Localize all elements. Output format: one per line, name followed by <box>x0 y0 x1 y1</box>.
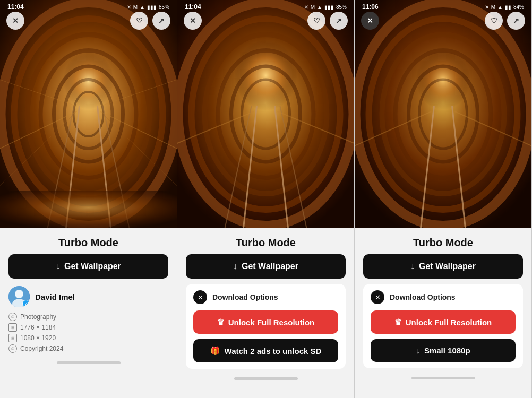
battery-3: 84% <box>513 4 524 10</box>
get-wallpaper-button-3[interactable]: ↓ Get Wallpaper <box>363 254 523 279</box>
status-time-3: 11:06 <box>362 3 379 11</box>
res2-icon: ⊞ <box>8 334 17 342</box>
status-bar-2: 11:04 ✕ M ▲ ▮▮▮ 85% <box>177 0 354 13</box>
wifi-icon-1: ▲ <box>140 4 145 10</box>
close-icon-3: ✕ <box>367 16 373 25</box>
bottom-content-1: Turbo Mode ↓ Get Wallpaper ✓ David Imel <box>0 228 177 398</box>
bottom-content-2: Turbo Mode ↓ Get Wallpaper ✕ Download Op… <box>177 228 354 398</box>
top-bar-right-3: ♡ ↗ <box>485 12 525 30</box>
share-button-3[interactable]: ↗ <box>507 12 525 30</box>
m-icon-3: M <box>491 4 495 10</box>
get-wallpaper-label-3: Get Wallpaper <box>419 262 476 271</box>
verified-badge: ✓ <box>22 300 30 307</box>
close-button-2[interactable]: ✕ <box>184 12 202 30</box>
unlock-resolution-button-2[interactable]: ♛ Unlock Full Resolution <box>193 310 338 334</box>
top-bar-1: ✕ ♡ ↗ <box>0 12 177 30</box>
top-bar-right-1: ♡ ↗ <box>130 12 170 30</box>
download-header-3: ✕ Download Options <box>371 290 516 304</box>
author-avatar: ✓ <box>8 286 30 307</box>
m-icon-1: M <box>133 4 138 10</box>
meta-res2: ⊞ 1080 × 1920 <box>8 334 168 342</box>
status-bar-1: 11:04 ✕ M ▲ ▮▮▮ 85% <box>0 0 177 13</box>
wallpaper-1: ✕ ♡ ↗ <box>0 0 177 228</box>
wifi-icon-3: ▲ <box>497 4 503 10</box>
unlock-resolution-button-3[interactable]: ♛ Unlock Full Resolution <box>371 310 516 334</box>
screen-1: 11:04 ✕ M ▲ ▮▮▮ 85% <box>0 0 177 398</box>
status-time-2: 11:04 <box>185 3 201 11</box>
close-options-2[interactable]: ✕ <box>193 290 207 304</box>
category-text: Photography <box>20 313 56 321</box>
share-icon-1: ↗ <box>158 16 165 25</box>
download-title-2: Download Options <box>212 293 278 301</box>
gift-icon-2: 🎁 <box>210 346 220 356</box>
signal-icon-3: ▮▮ <box>505 4 511 10</box>
meta-category: © Photography <box>8 313 168 321</box>
download-icon-1: ↓ <box>56 262 60 271</box>
battery-2: 85% <box>336 4 347 10</box>
res1-text: 1776 × 1184 <box>20 324 56 331</box>
unlock-label-2: Unlock Full Resolution <box>228 318 315 327</box>
wallpaper-title-1: Turbo Mode <box>8 237 168 249</box>
author-section: ✓ David Imel <box>8 286 168 307</box>
x-icon-3: ✕ <box>485 4 489 10</box>
wallpaper-title-2: Turbo Mode <box>186 237 346 249</box>
battery-1: 85% <box>159 4 169 10</box>
download-options-2: ✕ Download Options ♛ Unlock Full Resolut… <box>186 284 346 369</box>
crown-icon-3: ♛ <box>394 317 401 327</box>
wifi-icon-2: ▲ <box>317 4 322 10</box>
category-icon: © <box>8 313 17 321</box>
crown-icon-2: ♛ <box>217 317 224 327</box>
heart-icon-2: ♡ <box>313 16 320 25</box>
download-icon-3: ↓ <box>410 262 415 271</box>
meta-copyright: © Copyright 2024 <box>8 344 168 353</box>
watch-ads-button-2[interactable]: 🎁 Watch 2 ads to unlock SD <box>193 339 338 362</box>
share-button-2[interactable]: ↗ <box>330 12 348 30</box>
signal-icon-2: ▮▮▮ <box>324 4 334 10</box>
download-title-3: Download Options <box>390 293 456 301</box>
heart-icon-1: ♡ <box>136 16 143 25</box>
watch-ads-label-2: Watch 2 ads to unlock SD <box>225 347 322 356</box>
download-small-icon-3: ↓ <box>416 346 420 355</box>
svg-point-21 <box>15 290 23 298</box>
x-icon-2: ✕ <box>304 4 308 10</box>
copyright-icon: © <box>8 344 17 353</box>
close-circle-icon-3: ✕ <box>375 293 381 301</box>
m-icon-2: M <box>311 4 315 10</box>
res2-text: 1080 × 1920 <box>20 334 56 342</box>
x-icon-1: ✕ <box>127 4 131 10</box>
status-icons-2: ✕ M ▲ ▮▮▮ 85% <box>304 4 347 10</box>
download-icon-2: ↓ <box>233 262 237 271</box>
get-wallpaper-button-1[interactable]: ↓ Get Wallpaper <box>8 254 168 279</box>
signal-icon-1: ▮▮▮ <box>147 4 157 10</box>
close-icon-1: ✕ <box>12 16 19 25</box>
home-indicator-3 <box>411 377 475 379</box>
close-button-3[interactable]: ✕ <box>361 12 379 30</box>
download-header-2: ✕ Download Options <box>193 290 338 304</box>
heart-icon-3: ♡ <box>491 16 497 25</box>
res1-icon: ⊞ <box>8 323 17 332</box>
heart-button-2[interactable]: ♡ <box>307 12 325 30</box>
small-resolution-button-3[interactable]: ↓ Small 1080p <box>371 339 516 362</box>
top-bar-2: ✕ ♡ ↗ <box>177 12 354 30</box>
meta-info: © Photography ⊞ 1776 × 1184 ⊞ 1080 × 192… <box>8 313 168 353</box>
home-indicator-1 <box>57 361 121 364</box>
share-icon-3: ↗ <box>513 16 519 25</box>
close-button-1[interactable]: ✕ <box>6 12 24 30</box>
close-options-3[interactable]: ✕ <box>371 290 384 304</box>
author-name: David Imel <box>35 292 75 301</box>
status-bar-3: 11:06 ✕ M ▲ ▮▮ 84% <box>355 0 531 13</box>
unlock-label-3: Unlock Full Resolution <box>406 318 492 327</box>
meta-res1: ⊞ 1776 × 1184 <box>8 323 168 332</box>
screen-3: 11:06 ✕ M ▲ ▮▮ 84% <box>355 0 532 398</box>
get-wallpaper-button-2[interactable]: ↓ Get Wallpaper <box>186 254 346 279</box>
heart-button-3[interactable]: ♡ <box>485 12 503 30</box>
get-wallpaper-label-1: Get Wallpaper <box>64 262 121 271</box>
top-bar-3: ✕ ♡ ↗ <box>355 12 531 30</box>
bottom-content-3: Turbo Mode ↓ Get Wallpaper ✕ Download Op… <box>355 228 531 398</box>
status-icons-1: ✕ M ▲ ▮▮▮ 85% <box>127 4 169 10</box>
share-button-1[interactable]: ↗ <box>152 12 170 30</box>
wallpaper-2: ✕ ♡ ↗ <box>177 0 354 228</box>
heart-button-1[interactable]: ♡ <box>130 12 148 30</box>
close-circle-icon-2: ✕ <box>198 293 203 301</box>
download-options-3: ✕ Download Options ♛ Unlock Full Resolut… <box>363 284 523 368</box>
